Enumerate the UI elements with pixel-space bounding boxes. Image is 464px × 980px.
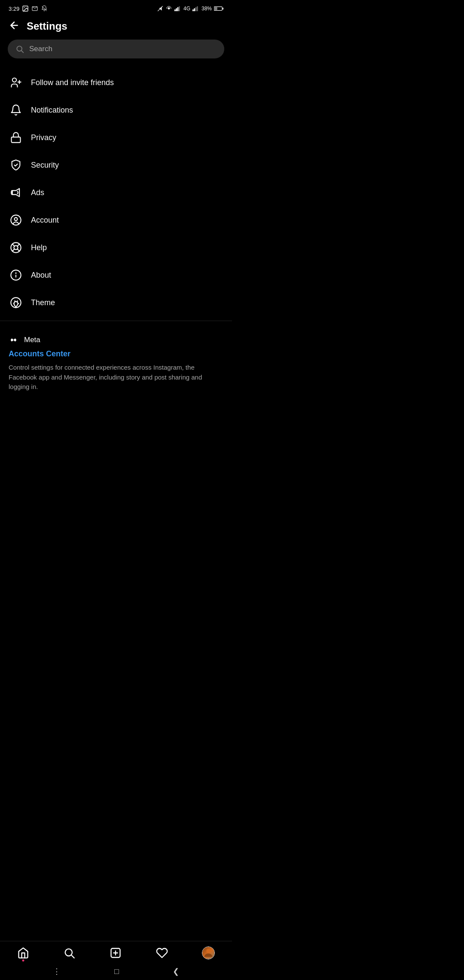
- settings-item-follow-label: Follow and invite friends: [31, 78, 114, 87]
- status-left: 3:29: [9, 5, 48, 12]
- status-bar: 3:29 4G 38%: [0, 0, 232, 15]
- battery-icon: [214, 6, 223, 11]
- meta-logo: Meta: [9, 336, 223, 344]
- settings-item-ads[interactable]: Ads: [8, 179, 224, 206]
- search-input[interactable]: Search: [8, 40, 224, 58]
- settings-item-account[interactable]: Account: [8, 206, 224, 234]
- lifebuoy-icon: [9, 242, 22, 254]
- svg-point-19: [12, 78, 16, 82]
- settings-item-security[interactable]: Security: [8, 151, 224, 179]
- settings-item-help-label: Help: [31, 243, 47, 252]
- svg-line-27: [12, 244, 15, 246]
- status-right: 4G 38%: [157, 5, 223, 12]
- info-circle-icon: [9, 269, 22, 281]
- svg-rect-16: [214, 7, 217, 10]
- lock-icon: [9, 132, 22, 144]
- settings-item-help[interactable]: Help: [8, 234, 224, 261]
- svg-rect-22: [12, 137, 21, 143]
- settings-item-security-label: Security: [31, 161, 59, 170]
- search-placeholder: Search: [29, 45, 52, 53]
- divider: [0, 321, 232, 321]
- svg-point-1: [24, 7, 25, 8]
- settings-item-privacy-label: Privacy: [31, 133, 56, 142]
- shield-check-icon: [9, 159, 22, 171]
- svg-rect-6: [174, 9, 176, 11]
- page-title: Settings: [27, 20, 67, 32]
- accounts-center-description: Control settings for connected experienc…: [9, 363, 223, 392]
- settings-item-theme-label: Theme: [31, 298, 55, 307]
- signal-icon: [174, 6, 181, 12]
- meta-logo-text: Meta: [24, 336, 40, 344]
- notif-status-icon: [41, 5, 48, 12]
- megaphone-icon: [9, 187, 22, 199]
- svg-rect-11: [194, 8, 195, 11]
- settings-item-theme[interactable]: Theme: [8, 289, 224, 316]
- mute-icon: [157, 6, 163, 12]
- accounts-center-link[interactable]: Accounts Center: [9, 349, 223, 358]
- hotspot-icon: [165, 5, 172, 12]
- svg-point-5: [168, 8, 170, 9]
- search-icon: [15, 45, 24, 53]
- settings-item-ads-label: Ads: [31, 188, 44, 197]
- back-button[interactable]: [9, 20, 20, 33]
- svg-line-29: [17, 244, 19, 246]
- settings-item-about[interactable]: About: [8, 261, 224, 289]
- settings-list: Follow and invite friends Notifications …: [0, 69, 232, 316]
- svg-point-34: [15, 273, 16, 273]
- network-label: 4G: [183, 6, 190, 12]
- image-icon: [22, 5, 29, 12]
- svg-rect-10: [192, 9, 194, 11]
- svg-point-35: [11, 297, 21, 307]
- svg-rect-12: [195, 7, 197, 11]
- search-bar-container: Search: [0, 40, 232, 69]
- svg-rect-9: [179, 6, 180, 11]
- meta-section: Meta Accounts Center Control settings fo…: [0, 325, 232, 399]
- svg-rect-8: [177, 7, 179, 11]
- svg-rect-15: [223, 8, 223, 9]
- svg-line-30: [12, 249, 15, 251]
- time: 3:29: [9, 6, 19, 12]
- svg-line-4: [158, 6, 163, 11]
- bell-icon: [9, 104, 22, 116]
- svg-point-23: [11, 215, 21, 225]
- svg-line-28: [17, 249, 19, 251]
- person-circle-icon: [9, 214, 22, 226]
- add-person-icon: [9, 77, 22, 89]
- battery-text: 38%: [201, 6, 212, 12]
- meta-logo-icon: [9, 336, 21, 344]
- svg-rect-13: [197, 6, 198, 11]
- signal2-icon: [192, 6, 199, 12]
- svg-point-24: [15, 217, 18, 220]
- header: Settings: [0, 15, 232, 40]
- svg-line-18: [21, 51, 24, 53]
- palette-icon: [9, 297, 22, 309]
- settings-item-notifications[interactable]: Notifications: [8, 96, 224, 124]
- svg-rect-7: [176, 8, 177, 11]
- settings-item-follow[interactable]: Follow and invite friends: [8, 69, 224, 96]
- gmail-icon: [31, 5, 38, 12]
- settings-item-about-label: About: [31, 271, 51, 280]
- settings-item-account-label: Account: [31, 216, 59, 225]
- settings-item-notifications-label: Notifications: [31, 106, 73, 115]
- settings-item-privacy[interactable]: Privacy: [8, 124, 224, 151]
